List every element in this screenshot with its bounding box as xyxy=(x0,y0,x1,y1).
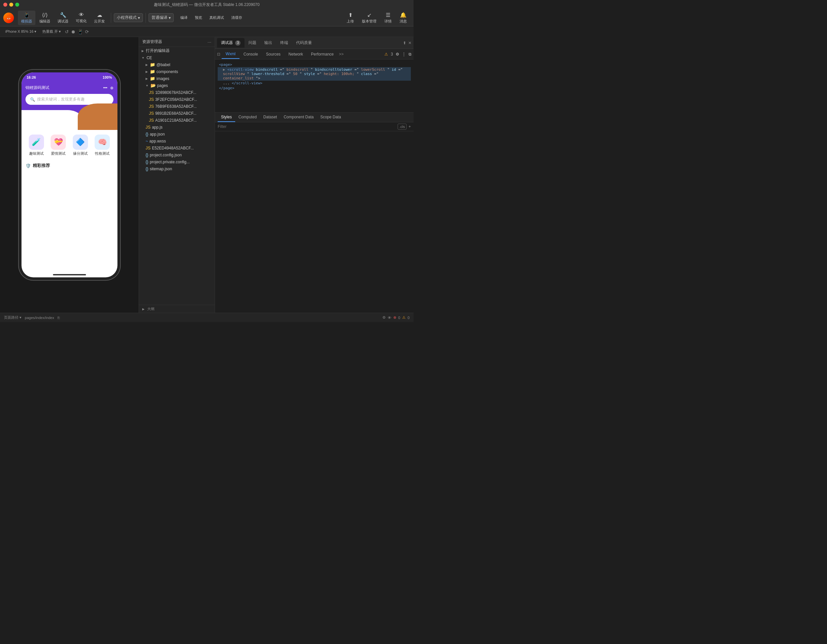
file-item[interactable]: {} project.config.json xyxy=(139,151,215,159)
device-debug-button[interactable]: 真机调试 xyxy=(206,14,227,22)
code-text: " xyxy=(357,72,361,76)
close-panel-icon[interactable]: ✕ xyxy=(408,40,412,45)
file-panel-more[interactable]: ··· xyxy=(208,39,211,45)
clear-cache-button[interactable]: 清缓存 xyxy=(228,14,245,22)
js-file-icon: JS xyxy=(149,90,154,95)
code-text: =" xyxy=(354,67,359,72)
file-name: project.private.config... xyxy=(150,160,190,164)
file-item[interactable]: JS A1901C218A52ABCF... xyxy=(139,117,215,124)
subtab-network[interactable]: Network xyxy=(284,50,307,59)
file-item[interactable]: ▶ 📁 components xyxy=(139,68,215,75)
list-item[interactable]: 🧠 性格测试 xyxy=(95,135,110,156)
styles-panel: Styles Computed Dataset Component Data S… xyxy=(215,112,414,131)
file-name: @babel xyxy=(156,62,170,67)
subtab-performance[interactable]: Performance xyxy=(307,50,338,59)
subtab-wxml[interactable]: Wxml xyxy=(222,50,239,59)
js-file-icon: JS xyxy=(145,145,150,151)
outline-section[interactable]: ▶ 大纲 xyxy=(139,305,215,313)
file-item[interactable]: JS E52ED4948A52ABCF... xyxy=(139,145,215,151)
styles-tab-dataset[interactable]: Dataset xyxy=(260,113,280,122)
file-item[interactable]: {} app.json xyxy=(139,131,215,137)
file-item[interactable]: {} project.private.config... xyxy=(139,159,215,165)
file-section-root[interactable]: ▼ CE xyxy=(139,54,215,61)
more-icon[interactable]: ⋮ xyxy=(402,52,406,56)
phone-app-name: 锦鲤源码测试 xyxy=(25,85,49,90)
upload-button[interactable]: ⬆ 上传 xyxy=(343,11,357,25)
tab-output[interactable]: 输出 xyxy=(261,38,276,48)
avatar[interactable]: 🦊 xyxy=(3,12,14,23)
warn-count: 0 xyxy=(407,316,410,320)
inspect-icon[interactable]: ⊡ xyxy=(217,52,220,56)
json-file-icon: {} xyxy=(145,166,148,171)
subtab-console-label: Console xyxy=(243,52,258,56)
list-item[interactable]: 🧪 趣味测试 xyxy=(29,135,44,156)
minimize-button[interactable] xyxy=(9,3,13,6)
list-item[interactable]: 💝 爱情测试 xyxy=(51,135,66,156)
file-item[interactable]: {} sitemap.json xyxy=(139,165,215,172)
file-item[interactable]: ▶ 📁 images xyxy=(139,75,215,82)
compile-mode-dropdown[interactable]: 普通编译 ▾ xyxy=(148,13,174,22)
tab-issues[interactable]: 问题 xyxy=(245,38,261,48)
cls-button[interactable]: .cls xyxy=(398,124,407,129)
close-button[interactable] xyxy=(3,3,7,6)
mode-dropdown[interactable]: 小程序模式 ▾ xyxy=(114,13,143,22)
hot-reload-toggle[interactable]: 热重载 开 ▾ xyxy=(41,28,63,35)
page-path-label[interactable]: 页面路径 ▾ xyxy=(4,315,22,320)
compile-group: 编译 预览 真机调试 清缓存 xyxy=(177,14,245,22)
compile-button[interactable]: 编译 xyxy=(177,14,191,22)
phone-icon[interactable]: 📱 xyxy=(77,29,83,34)
file-item[interactable]: ▶ 📁 @babel xyxy=(139,61,215,68)
phone-dots-icon[interactable]: ••• xyxy=(103,86,108,90)
message-icon: 🔔 xyxy=(400,12,407,18)
devtools-tabs: 调试器 3 问题 输出 终端 代码质量 ⬆ ✕ xyxy=(215,37,414,49)
tab-terminal[interactable]: 终端 xyxy=(276,38,292,48)
styles-filter-input[interactable] xyxy=(218,124,398,129)
file-item[interactable]: JS 3F2EFC058A52ABCF... xyxy=(139,96,215,103)
expand-arrow-icon[interactable]: ▶ xyxy=(223,67,227,72)
file-item[interactable]: ~ app.wxss xyxy=(139,137,215,145)
styles-tab-scope-data[interactable]: Scope Data xyxy=(317,113,344,122)
eye-icon[interactable]: 👁 xyxy=(388,316,391,320)
tab-debugger[interactable]: 调试器 3 xyxy=(217,38,245,48)
refresh-icon[interactable]: ↺ xyxy=(65,29,69,34)
copy-icon[interactable]: ⎘ xyxy=(58,316,60,320)
expand-icon[interactable]: ⬆ xyxy=(403,40,406,45)
file-section-open-editors[interactable]: ▶ 打开的编辑器 xyxy=(139,47,215,54)
maximize-button[interactable] xyxy=(15,3,19,6)
styles-tab-styles[interactable]: Styles xyxy=(218,113,235,122)
file-item[interactable]: ▼ 📂 pages xyxy=(139,82,215,89)
json-file-icon: {} xyxy=(145,152,148,157)
message-button[interactable]: 🔔 消息 xyxy=(396,11,410,25)
rotate-icon[interactable]: ⟳ xyxy=(85,29,89,34)
phone-share-icon[interactable]: ⊕ xyxy=(110,86,114,90)
list-item[interactable]: 🔷 缘分测试 xyxy=(73,135,88,156)
styles-tab-component-data[interactable]: Component Data xyxy=(280,113,317,122)
file-item[interactable]: JS app.js xyxy=(139,124,215,131)
search-icon: 🔍 xyxy=(30,97,35,102)
settings-icon[interactable]: ⚙ xyxy=(396,52,399,56)
file-item[interactable]: JS 9891B2E68A52ABCF... xyxy=(139,110,215,117)
visual-button[interactable]: 👁 可视化 xyxy=(72,11,90,25)
simulator-button[interactable]: 📱 模拟器 xyxy=(18,11,35,25)
settings-icon[interactable]: ⚙ xyxy=(382,316,386,320)
styles-tab-computed[interactable]: Computed xyxy=(235,113,260,122)
more-tabs-icon[interactable]: >> xyxy=(339,52,344,56)
record-icon[interactable]: ⏺ xyxy=(71,29,75,34)
dock-icon[interactable]: ⧉ xyxy=(409,52,412,56)
code-line[interactable]: ▶ <scroll-view bindscroll =" bindscroll … xyxy=(218,67,411,81)
tab-codequality[interactable]: 代码质量 xyxy=(292,38,316,48)
phone-battery: 100% xyxy=(103,75,112,79)
preview-button[interactable]: 预览 xyxy=(192,14,206,22)
debugger-button[interactable]: 🔧 调试器 xyxy=(54,11,72,25)
file-item[interactable]: JS 76B9FE638A52ABCF... xyxy=(139,103,215,110)
chevron-down-icon: ▼ xyxy=(142,56,145,59)
detail-button[interactable]: ☰ 详情 xyxy=(381,11,395,25)
add-style-button[interactable]: + xyxy=(409,124,411,129)
version-button[interactable]: ↙ 版本管理 xyxy=(359,11,380,25)
subtab-sources[interactable]: Sources xyxy=(262,50,284,59)
device-selector[interactable]: iPhone X 85% 16 ▾ xyxy=(3,29,38,34)
file-item[interactable]: JS 1D8980678A52ABCF... xyxy=(139,89,215,96)
editor-button[interactable]: ⟨/⟩ 编辑器 xyxy=(36,11,54,25)
subtab-console[interactable]: Console xyxy=(239,50,262,59)
cloud-button[interactable]: ☁ 云开发 xyxy=(91,11,108,25)
